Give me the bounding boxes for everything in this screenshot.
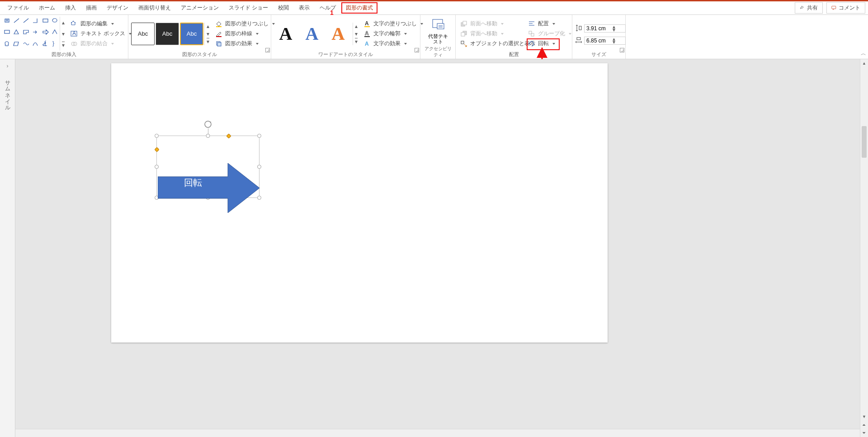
svg-text:A: A [365,20,369,27]
send-backward-button: 背面へ移動 [458,29,524,38]
text-fill-icon: A [363,20,371,28]
gallery-down[interactable]: ▾ [60,28,66,39]
svg-point-8 [73,21,74,22]
text-box-button[interactable]: A テキスト ボックス [69,29,133,38]
svg-text:{: { [44,41,46,46]
selection-pane-icon [460,40,467,47]
comment-button[interactable]: コメント [826,2,865,14]
svg-rect-21 [364,36,370,37]
group-wordart-styles: ワードアートのスタイル [274,51,417,59]
svg-point-7 [71,22,72,23]
share-button[interactable]: 共有 [795,2,823,14]
merge-shapes-icon [71,40,78,47]
svg-rect-0 [832,6,836,9]
svg-point-3 [52,19,57,22]
align-icon [528,20,535,28]
svg-rect-14 [216,26,222,27]
width-icon [575,37,582,45]
svg-rect-32 [579,26,581,30]
menu-shape-format[interactable]: 図形の書式 [341,2,377,14]
edit-shape-button[interactable]: 図形の編集 [69,19,133,28]
svg-rect-29 [461,41,464,44]
size-dialog[interactable] [620,48,624,52]
text-box-icon: A [71,30,78,38]
alt-text-icon [431,18,445,32]
svg-rect-33 [577,38,580,40]
menu-help[interactable]: ヘルプ [315,2,340,14]
merge-shapes-button: 図形の結合 [69,39,133,48]
group-accessibility: アクセシビリティ [423,45,453,59]
menu-insert[interactable]: 挿入 [61,2,80,14]
align-button[interactable]: 配置 [526,19,566,28]
wordart-dialog[interactable] [415,48,419,52]
group-size: サイズ [575,51,623,59]
style-preset-1[interactable]: Abc [131,23,155,45]
comment-label: コメント [839,4,860,12]
wordart-1[interactable]: A [274,23,297,45]
edit-shape-icon [71,20,78,28]
annotation-arrow [540,51,549,59]
wordart-3[interactable]: A [326,23,350,45]
style-preset-2[interactable]: Abc [156,23,179,45]
text-effects-icon: A [363,40,371,47]
wa-down[interactable]: ▾ [353,30,359,38]
svg-text:}: } [52,41,54,47]
svg-rect-26 [463,21,467,25]
styles-down[interactable]: ▾ [205,30,211,38]
menu-file[interactable]: ファイル [3,2,33,14]
group-button: グループ化 [526,29,566,38]
wa-up[interactable]: ▴ [353,23,359,30]
shape-styles-gallery[interactable]: Abc Abc Abc ▴ ▾ ▾ [131,17,211,51]
menu-view[interactable]: 表示 [294,2,314,14]
svg-rect-2 [43,19,48,22]
style-preset-3[interactable]: Abc [180,23,203,45]
text-effects-button[interactable]: A文字の効果 [362,39,425,48]
menu-design[interactable]: デザイン [102,2,133,14]
group-icon [528,30,535,38]
shape-effects-button[interactable]: 図形の効果 [213,39,277,48]
wa-more[interactable]: ▾ [353,38,359,45]
svg-rect-24 [437,23,444,29]
menu-review[interactable]: 校閲 [274,2,293,14]
menu-animations[interactable]: アニメーション [176,2,223,14]
selection-pane-button[interactable]: オブジェクトの選択と表示 [458,39,524,48]
text-fill-button[interactable]: A文字の塗りつぶし [362,19,425,28]
width-input[interactable]: ▴▾ [584,37,626,45]
menu-home[interactable]: ホーム [34,2,60,14]
share-label: 共有 [807,4,818,12]
styles-up[interactable]: ▴ [205,23,211,30]
svg-text:A: A [365,41,369,47]
annotation-2-box [527,38,560,50]
gallery-more[interactable]: ▾ [60,39,66,51]
shapes-gallery[interactable]: { } [3,17,60,51]
svg-text:A: A [72,30,76,37]
height-input[interactable]: ▴▾ [584,24,626,33]
alt-text-button[interactable]: 代替テキスト [425,17,451,45]
effects-icon [215,40,222,47]
bucket-icon [215,20,222,28]
menu-transitions[interactable]: 画面切り替え [134,2,175,14]
shape-outline-button[interactable]: 図形の枠線 [213,29,277,38]
group-insert-shapes: 図形の挿入 [3,51,125,59]
wordart-2[interactable]: A [300,23,324,45]
shape-styles-dialog[interactable] [265,48,270,52]
shape-fill-button[interactable]: 図形の塗りつぶし [213,19,277,28]
svg-rect-19 [364,26,370,27]
svg-point-9 [75,22,75,23]
styles-more[interactable]: ▾ [205,38,211,45]
gallery-up[interactable]: ▴ [60,17,66,28]
wordart-gallery[interactable]: A A A ▴ ▾ ▾ [274,17,359,51]
send-backward-icon [460,30,467,38]
text-outline-icon: A [363,30,371,38]
menu-slideshow[interactable]: スライド ショー [224,2,273,14]
text-outline-button[interactable]: A文字の輪郭 [362,29,425,38]
pen-icon [215,30,222,38]
group-arrange: 配置 [458,51,569,59]
svg-rect-4 [5,30,9,33]
svg-rect-17 [217,42,221,46]
height-icon [575,24,582,33]
menu-draw[interactable]: 描画 [81,2,101,14]
svg-rect-15 [216,36,222,37]
bring-forward-button: 前面へ移動 [458,19,524,28]
ribbon-collapse[interactable]: ︿ [861,50,866,57]
